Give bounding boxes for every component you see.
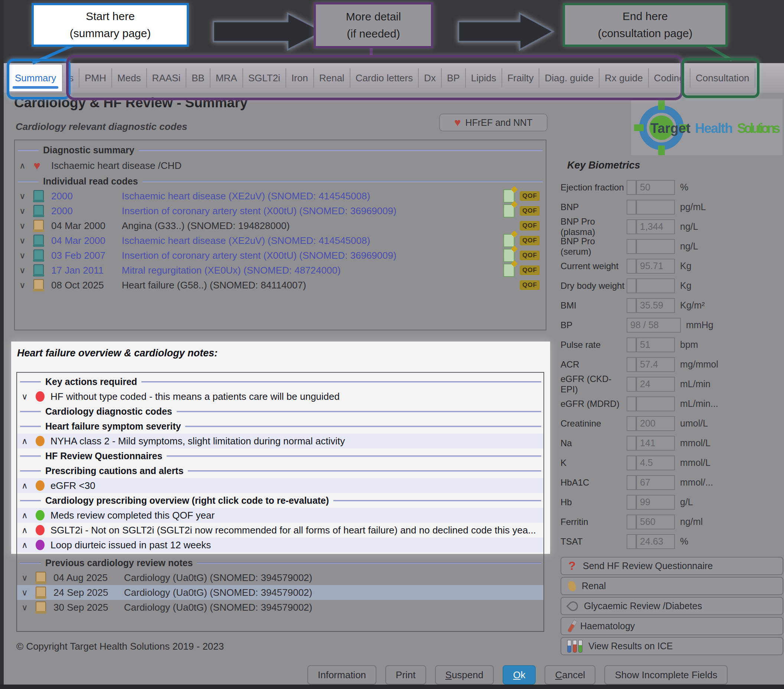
chevron-down-icon[interactable]: ∨ <box>19 206 33 216</box>
add-document-icon[interactable] <box>503 190 514 203</box>
notes-item[interactable]: ∧ Meds review completed this QOF year <box>17 508 544 523</box>
bio-history-box[interactable] <box>627 377 636 392</box>
bio-field-input[interactable] <box>636 219 675 234</box>
note-description[interactable]: Cardiology (Ua0tG) (SNOMED: 394579002) <box>124 587 312 598</box>
bio-field-input[interactable] <box>636 259 675 274</box>
note-description[interactable]: Cardiology (Ua0tG) (SNOMED: 394579002) <box>124 602 312 613</box>
bio-history-box[interactable] <box>627 298 636 313</box>
tab-pmh[interactable]: PMH <box>79 68 112 87</box>
bio-field-input[interactable] <box>636 436 675 451</box>
bio-history-box[interactable] <box>627 180 636 195</box>
bio-history-box[interactable] <box>627 455 636 470</box>
code-description[interactable]: Ischaemic heart disease (XE2uV) (SNOMED:… <box>122 190 503 202</box>
code-description[interactable]: Insertion of coronary artery stent (X00t… <box>122 205 503 217</box>
notes-item[interactable]: ∧ SGLT2i - Not on SGLT2i (SGLT2i now rec… <box>17 523 544 537</box>
print-button[interactable]: Print <box>385 665 426 684</box>
add-document-icon[interactable] <box>503 249 514 262</box>
show-incomplete-fields-button[interactable]: Show Incomplete Fields <box>604 665 728 684</box>
notes-item[interactable]: ∨ HF without type coded - this means a p… <box>17 389 544 404</box>
bio-history-box[interactable] <box>627 200 636 214</box>
chevron-up-icon[interactable]: ∧ <box>21 436 36 446</box>
diagnostic-code-row[interactable]: ∨ 04 Mar 2000 Ischaemic heart disease (X… <box>15 233 546 248</box>
bio-history-box[interactable] <box>627 396 636 411</box>
suspend-button[interactable]: Suspend <box>435 665 494 684</box>
diagnostic-code-row[interactable]: ∨ 2000 Insertion of coronary artery sten… <box>15 203 546 218</box>
information-button[interactable]: Information <box>307 665 376 684</box>
chevron-down-icon[interactable]: ∨ <box>21 603 36 613</box>
bio-history-box[interactable] <box>627 357 636 372</box>
previous-note-row-selected[interactable]: ∨ 24 Sep 2025 Cardiology (Ua0tG) (SNOMED… <box>17 585 544 600</box>
notes-item[interactable]: ∧ NYHA class 2 - Mild symptoms, slight l… <box>17 434 544 448</box>
cancel-button[interactable]: Cancel <box>545 665 595 684</box>
code-description[interactable]: Heart failure (G58..) (SNOMED: 84114007) <box>122 280 520 291</box>
note-description[interactable]: Cardiology (Ua0tG) (SNOMED: 394579002) <box>124 572 312 584</box>
bio-field-input[interactable] <box>636 338 675 352</box>
tab-bb[interactable]: BB <box>186 68 211 87</box>
bio-field-input[interactable] <box>636 534 675 549</box>
diagnostic-code-row[interactable]: ∨ 04 Mar 2000 Angina (G33..) (SNOMED: 19… <box>15 218 546 233</box>
tab-dx[interactable]: Dx <box>419 68 442 87</box>
bio-field-input[interactable] <box>636 200 675 214</box>
chevron-up-icon[interactable]: ∧ <box>21 511 36 521</box>
haematology-button[interactable]: Haematology <box>560 617 783 635</box>
tab-summary[interactable]: Summary <box>9 64 63 91</box>
add-document-icon[interactable] <box>503 264 514 277</box>
bio-field-input[interactable] <box>636 239 675 254</box>
chevron-up-icon[interactable]: ∧ <box>21 540 36 550</box>
tab-diag-guide[interactable]: Diag. guide <box>539 68 600 87</box>
send-hf-questionnaire-button[interactable]: ? Send HF Review Questionnaire <box>560 557 783 575</box>
tab-meds[interactable]: Meds <box>112 68 147 87</box>
tab-iron[interactable]: Iron <box>286 68 314 87</box>
chevron-down-icon[interactable]: ∨ <box>19 236 33 246</box>
bio-field-input[interactable] <box>636 298 675 313</box>
add-document-icon[interactable] <box>503 234 514 247</box>
chevron-down-icon[interactable]: ∨ <box>19 251 33 260</box>
chevron-down-icon[interactable]: ∨ <box>19 221 33 231</box>
bio-field-input[interactable] <box>636 357 675 372</box>
code-description[interactable]: Angina (G33..) (SNOMED: 194828000) <box>122 220 520 232</box>
renal-button[interactable]: Renal <box>560 577 783 595</box>
bio-field-input[interactable] <box>636 396 675 411</box>
bio-history-box[interactable] <box>627 534 636 549</box>
tab-renal[interactable]: Renal <box>314 68 351 87</box>
diagnostic-code-row[interactable]: ∨ 08 Oct 2025 Heart failure (G58..) (SNO… <box>15 278 546 293</box>
chevron-up-icon[interactable]: ∧ <box>21 481 36 491</box>
notes-item[interactable]: ∧ eGFR <30 <box>17 478 544 493</box>
chevron-up-icon[interactable]: ∧ <box>21 525 36 535</box>
notes-item[interactable]: ∧ Loop diurteic issued in past 12 weeks <box>17 537 544 552</box>
bio-history-box[interactable] <box>627 259 636 274</box>
bio-history-box[interactable] <box>627 279 636 293</box>
tab-rx-guide[interactable]: Rx guide <box>600 68 649 87</box>
diagnostic-summary-row[interactable]: ∧ ♥ Ischaemic heart disease /CHD <box>15 157 546 174</box>
bio-history-box[interactable] <box>627 475 636 490</box>
tab-frailty[interactable]: Frailty <box>502 68 540 87</box>
bio-history-box[interactable] <box>627 416 636 431</box>
bio-history-box[interactable] <box>627 338 636 352</box>
tab-coding[interactable]: Coding <box>649 68 690 87</box>
tab-sglt2i[interactable]: SGLT2i <box>243 68 286 87</box>
bio-field-input[interactable] <box>636 279 675 293</box>
code-description[interactable]: Insertion of coronary artery stent (X00t… <box>122 250 503 261</box>
code-description[interactable]: Mitral regurgitation (XE0Ux) (SNOMED: 48… <box>122 265 503 276</box>
bio-history-box[interactable] <box>627 514 636 529</box>
chevron-down-icon[interactable]: ∨ <box>19 280 33 290</box>
add-document-icon[interactable] <box>503 204 514 218</box>
diagnostic-code-row[interactable]: ∨ 03 Feb 2007 Insertion of coronary arte… <box>15 248 546 263</box>
bio-history-box[interactable] <box>627 436 636 451</box>
tab-mra[interactable]: MRA <box>211 68 243 87</box>
bio-field-input[interactable] <box>627 318 681 333</box>
bio-field-input[interactable] <box>636 455 675 470</box>
bio-field-input[interactable] <box>636 475 675 490</box>
bio-history-box[interactable] <box>627 239 636 254</box>
chevron-down-icon[interactable]: ∨ <box>19 191 33 201</box>
view-results-ice-button[interactable]: View Results on ICE <box>560 637 783 655</box>
chevron-down-icon[interactable]: ∨ <box>21 573 36 583</box>
tab-consultation[interactable]: Consultation <box>690 68 755 87</box>
code-description[interactable]: Ischaemic heart disease (XE2uV) (SNOMED:… <box>122 235 503 247</box>
tab-obs[interactable]: s <box>63 68 79 87</box>
chevron-up-icon[interactable]: ∧ <box>19 161 33 171</box>
tab-bp[interactable]: BP <box>442 68 466 87</box>
tab-lipids[interactable]: Lipids <box>466 68 502 87</box>
bio-field-input[interactable] <box>636 416 675 431</box>
glycaemic-review-button[interactable]: Glycaemic Review /Diabetes <box>560 597 783 615</box>
